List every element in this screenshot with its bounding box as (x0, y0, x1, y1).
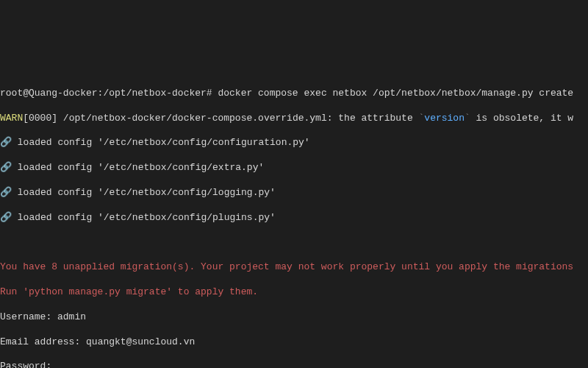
link-icon: 🔗 (0, 137, 12, 148)
command-text: docker compose exec netbox /opt/netbox/n… (212, 88, 573, 99)
username-line: Username: admin (0, 311, 588, 324)
loaded-config-line: 🔗 loaded config '/etc/netbox/config/extr… (0, 162, 588, 174)
loaded-text: loaded config '/etc/netbox/config/plugin… (12, 212, 276, 223)
warn-timestamp: [0000] (23, 113, 57, 124)
username-label: Username: (0, 311, 57, 322)
loaded-config-line: 🔗 loaded config '/etc/netbox/config/logg… (0, 187, 588, 199)
password-line: Password: (0, 361, 588, 368)
migration-warning-line: You have 8 unapplied migration(s). Your … (0, 261, 588, 274)
email-value: quangkt@suncloud.vn (86, 336, 195, 347)
blank-line (0, 237, 588, 250)
loaded-text: loaded config '/etc/netbox/config/extra.… (12, 162, 264, 173)
warn-path: /opt/netbox-docker/docker-compose.overri… (57, 113, 418, 124)
warn-suffix: is obsolete, it w (470, 113, 573, 124)
warn-prefix: WARN (0, 113, 23, 124)
warn-line: WARN[0000] /opt/netbox-docker/docker-com… (0, 113, 588, 125)
link-icon: 🔗 (0, 212, 12, 223)
attribute-name: version (424, 113, 465, 124)
shell-prompt: root@Quang-docker:/opt/netbox-docker# (0, 88, 212, 99)
email-line: Email address: quangkt@suncloud.vn (0, 336, 588, 349)
loaded-text: loaded config '/etc/netbox/config/loggin… (12, 187, 276, 198)
migration-warning-line: Run 'python manage.py migrate' to apply … (0, 286, 588, 299)
email-label: Email address: (0, 336, 86, 347)
link-icon: 🔗 (0, 187, 12, 198)
backtick: ` (465, 113, 470, 124)
terminal-output[interactable]: root@Quang-docker:/opt/netbox-docker# do… (0, 75, 588, 368)
link-icon: 🔗 (0, 162, 12, 173)
loaded-config-line: 🔗 loaded config '/etc/netbox/config/plug… (0, 212, 588, 224)
username-value: admin (57, 311, 86, 322)
command-prompt-line: root@Quang-docker:/opt/netbox-docker# do… (0, 88, 588, 100)
loaded-text: loaded config '/etc/netbox/config/config… (12, 137, 310, 148)
loaded-config-line: 🔗 loaded config '/etc/netbox/config/conf… (0, 137, 588, 149)
